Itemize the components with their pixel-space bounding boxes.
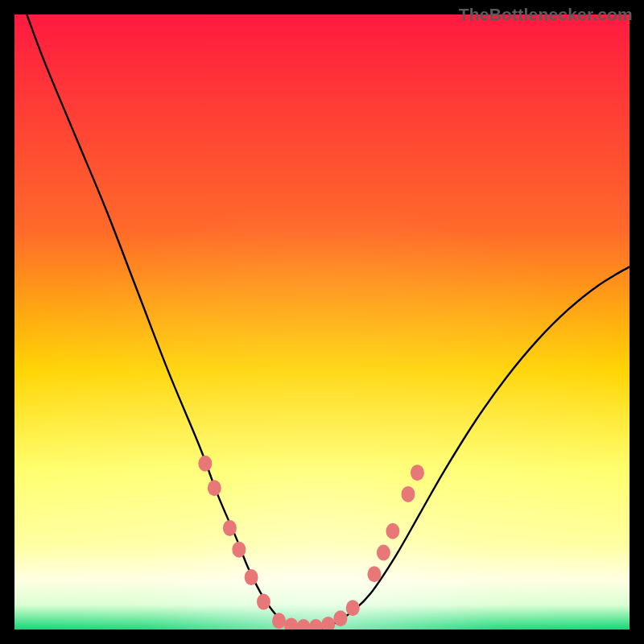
curve-marker [333, 610, 347, 626]
watermark-text: TheBottlenecker.com [459, 5, 633, 24]
chart-frame: TheBottlenecker.com [0, 0, 644, 644]
curve-marker [297, 619, 311, 630]
curve-marker [309, 619, 323, 630]
bottleneck-curve [14, 14, 630, 630]
curve-marker [411, 464, 424, 481]
curve-marker [367, 566, 381, 582]
curve-marker [223, 520, 237, 536]
curve-marker [401, 486, 415, 502]
curve-marker [272, 613, 286, 629]
curve-marker [377, 545, 390, 561]
curve-marker [245, 569, 258, 585]
curve-marker [321, 617, 335, 630]
curve-marker [208, 480, 221, 496]
curve-marker [346, 600, 360, 616]
curve-marker [386, 523, 399, 539]
plot-area [14, 14, 630, 630]
curve-marker [232, 542, 246, 558]
curve-markers [198, 456, 424, 630]
curve-marker [198, 456, 212, 472]
curve-marker [284, 617, 298, 630]
curve-marker [257, 594, 270, 610]
